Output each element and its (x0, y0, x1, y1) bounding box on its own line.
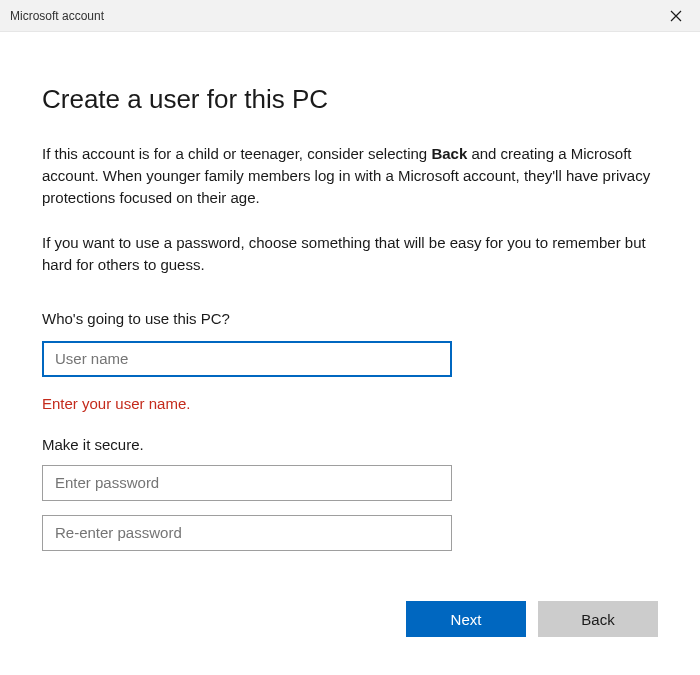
intro-bold: Back (431, 145, 467, 162)
username-input[interactable] (42, 341, 452, 377)
close-button[interactable] (656, 1, 696, 31)
username-input-wrap (42, 341, 452, 377)
content-area: Create a user for this PC If this accoun… (0, 32, 700, 675)
page-title: Create a user for this PC (42, 84, 658, 115)
password-hint-paragraph: If you want to use a password, choose so… (42, 232, 658, 276)
username-label: Who's going to use this PC? (42, 310, 658, 327)
back-button[interactable]: Back (538, 601, 658, 637)
window-title: Microsoft account (10, 9, 104, 23)
intro-paragraph: If this account is for a child or teenag… (42, 143, 658, 208)
reenter-password-input[interactable] (42, 515, 452, 551)
next-button[interactable]: Next (406, 601, 526, 637)
intro-pre: If this account is for a child or teenag… (42, 145, 431, 162)
password-input[interactable] (42, 465, 452, 501)
footer-buttons: Next Back (42, 601, 658, 651)
titlebar: Microsoft account (0, 0, 700, 32)
secure-label: Make it secure. (42, 436, 658, 453)
close-icon (670, 10, 682, 22)
reenter-password-input-wrap (42, 515, 452, 551)
username-error: Enter your user name. (42, 395, 658, 412)
password-input-wrap (42, 465, 452, 501)
